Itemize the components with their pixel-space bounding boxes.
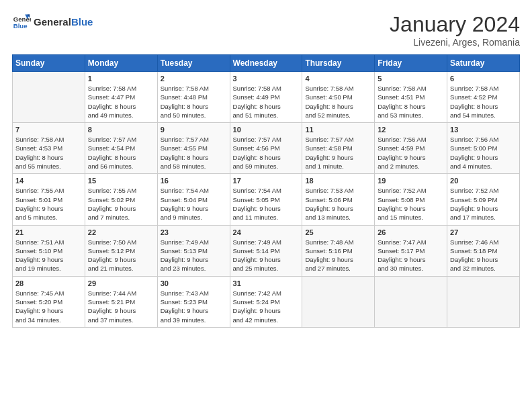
calendar-cell: 6Sunrise: 7:58 AMSunset: 4:52 PMDaylight… (447, 72, 520, 123)
daylight-text-2: and 50 minutes. (161, 111, 227, 120)
calendar-cell (13, 72, 85, 123)
sunrise-text: Sunrise: 7:57 AM (88, 135, 154, 144)
daylight-text: Daylight: 8 hours (305, 102, 371, 111)
sunset-text: Sunset: 4:54 PM (88, 144, 154, 152)
daylight-text-2: and 2 minutes. (378, 162, 444, 171)
calendar-cell: 22Sunrise: 7:50 AMSunset: 5:12 PMDayligh… (85, 225, 157, 276)
calendar-cell: 31Sunrise: 7:42 AMSunset: 5:24 PMDayligh… (230, 276, 302, 327)
calendar-header-row: SundayMondayTuesdayWednesdayThursdayFrid… (13, 55, 520, 72)
day-number: 13 (450, 126, 517, 134)
daylight-text: Daylight: 9 hours (15, 204, 82, 213)
daylight-text: Daylight: 9 hours (233, 255, 300, 264)
sunrise-text: Sunrise: 7:53 AM (305, 186, 371, 195)
header-thursday: Thursday (302, 55, 375, 72)
daylight-text: Daylight: 9 hours (15, 306, 82, 315)
daylight-text-2: and 42 minutes. (233, 316, 300, 324)
daylight-text-2: and 11 minutes. (233, 213, 300, 222)
title-block: January 2024 Livezeni, Arges, Romania (390, 12, 520, 48)
day-info: Sunrise: 7:54 AMSunset: 5:05 PMDaylight:… (233, 186, 300, 222)
day-info: Sunrise: 7:58 AMSunset: 4:53 PMDaylight:… (15, 135, 82, 171)
day-info: Sunrise: 7:58 AMSunset: 4:51 PMDaylight:… (378, 84, 444, 120)
calendar-cell: 13Sunrise: 7:56 AMSunset: 5:00 PMDayligh… (447, 123, 520, 174)
calendar-week-5: 28Sunrise: 7:45 AMSunset: 5:20 PMDayligh… (13, 276, 520, 327)
sunrise-text: Sunrise: 7:52 AM (450, 186, 517, 195)
day-number: 17 (233, 177, 300, 185)
daylight-text-2: and 56 minutes. (88, 162, 154, 171)
day-info: Sunrise: 7:57 AMSunset: 4:58 PMDaylight:… (305, 135, 371, 171)
day-number: 28 (15, 279, 82, 287)
daylight-text: Daylight: 8 hours (233, 102, 300, 111)
daylight-text-2: and 52 minutes. (305, 111, 371, 120)
sunset-text: Sunset: 5:14 PM (233, 246, 300, 255)
day-number: 3 (233, 75, 300, 83)
sunrise-text: Sunrise: 7:49 AM (161, 238, 227, 246)
sunset-text: Sunset: 4:47 PM (88, 93, 154, 101)
calendar-cell (302, 276, 375, 327)
sunset-text: Sunset: 5:21 PM (88, 298, 154, 306)
calendar-cell (447, 276, 520, 327)
sunrise-text: Sunrise: 7:54 AM (233, 186, 300, 195)
sunrise-text: Sunrise: 7:51 AM (15, 238, 82, 246)
day-number: 23 (161, 228, 227, 236)
calendar-cell: 1Sunrise: 7:58 AMSunset: 4:47 PMDaylight… (85, 72, 157, 123)
sunrise-text: Sunrise: 7:52 AM (378, 186, 444, 195)
daylight-text: Daylight: 9 hours (161, 204, 227, 213)
sunset-text: Sunset: 5:20 PM (15, 298, 82, 306)
daylight-text-2: and 30 minutes. (378, 264, 444, 273)
daylight-text-2: and 39 minutes. (161, 316, 227, 324)
sunset-text: Sunset: 5:24 PM (233, 298, 300, 306)
header-saturday: Saturday (447, 55, 520, 72)
calendar-cell: 20Sunrise: 7:52 AMSunset: 5:09 PMDayligh… (447, 174, 520, 225)
calendar-cell: 14Sunrise: 7:55 AMSunset: 5:01 PMDayligh… (13, 174, 85, 225)
daylight-text: Daylight: 8 hours (378, 102, 444, 111)
day-info: Sunrise: 7:43 AMSunset: 5:23 PMDaylight:… (161, 289, 227, 324)
daylight-text: Daylight: 8 hours (161, 102, 227, 111)
day-number: 10 (233, 126, 300, 134)
daylight-text-2: and 51 minutes. (233, 111, 300, 120)
sunrise-text: Sunrise: 7:56 AM (450, 135, 517, 144)
daylight-text: Daylight: 8 hours (88, 153, 154, 162)
logo-icon: General Blue (12, 12, 31, 31)
sunrise-text: Sunrise: 7:44 AM (88, 289, 154, 298)
daylight-text-2: and 21 minutes. (88, 264, 154, 273)
sunset-text: Sunset: 4:59 PM (378, 144, 444, 152)
day-number: 16 (161, 177, 227, 185)
calendar-cell (375, 276, 447, 327)
daylight-text: Daylight: 8 hours (15, 153, 82, 162)
sunset-text: Sunset: 5:02 PM (88, 195, 154, 204)
calendar-cell: 25Sunrise: 7:48 AMSunset: 5:16 PMDayligh… (302, 225, 375, 276)
day-number: 24 (233, 228, 300, 236)
day-info: Sunrise: 7:56 AMSunset: 4:59 PMDaylight:… (378, 135, 444, 171)
sunrise-text: Sunrise: 7:56 AM (378, 135, 444, 144)
day-number: 12 (378, 126, 444, 134)
sunset-text: Sunset: 5:06 PM (305, 195, 371, 204)
day-number: 1 (88, 75, 154, 83)
daylight-text-2: and 13 minutes. (305, 213, 371, 222)
calendar-cell: 2Sunrise: 7:58 AMSunset: 4:48 PMDaylight… (157, 72, 230, 123)
daylight-text: Daylight: 9 hours (305, 153, 371, 162)
day-info: Sunrise: 7:53 AMSunset: 5:06 PMDaylight:… (305, 186, 371, 222)
sunset-text: Sunset: 4:58 PM (305, 144, 371, 152)
day-info: Sunrise: 7:48 AMSunset: 5:16 PMDaylight:… (305, 238, 371, 273)
day-info: Sunrise: 7:44 AMSunset: 5:21 PMDaylight:… (88, 289, 154, 324)
daylight-text-2: and 34 minutes. (15, 316, 82, 324)
sunrise-text: Sunrise: 7:42 AM (233, 289, 300, 298)
sunrise-text: Sunrise: 7:43 AM (161, 289, 227, 298)
calendar-cell: 26Sunrise: 7:47 AMSunset: 5:17 PMDayligh… (375, 225, 447, 276)
daylight-text: Daylight: 9 hours (161, 306, 227, 315)
daylight-text: Daylight: 9 hours (161, 255, 227, 264)
daylight-text-2: and 17 minutes. (450, 213, 517, 222)
calendar-cell: 12Sunrise: 7:56 AMSunset: 4:59 PMDayligh… (375, 123, 447, 174)
day-info: Sunrise: 7:51 AMSunset: 5:10 PMDaylight:… (15, 238, 82, 273)
day-number: 22 (88, 228, 154, 236)
header-wednesday: Wednesday (230, 55, 302, 72)
sunrise-text: Sunrise: 7:49 AM (233, 238, 300, 246)
calendar-cell: 23Sunrise: 7:49 AMSunset: 5:13 PMDayligh… (157, 225, 230, 276)
sunset-text: Sunset: 4:56 PM (233, 144, 300, 152)
sunset-text: Sunset: 4:50 PM (305, 93, 371, 101)
daylight-text: Daylight: 9 hours (378, 153, 444, 162)
day-info: Sunrise: 7:58 AMSunset: 4:48 PMDaylight:… (161, 84, 227, 120)
day-number: 30 (161, 279, 227, 287)
day-number: 31 (233, 279, 300, 287)
daylight-text-2: and 49 minutes. (88, 111, 154, 120)
